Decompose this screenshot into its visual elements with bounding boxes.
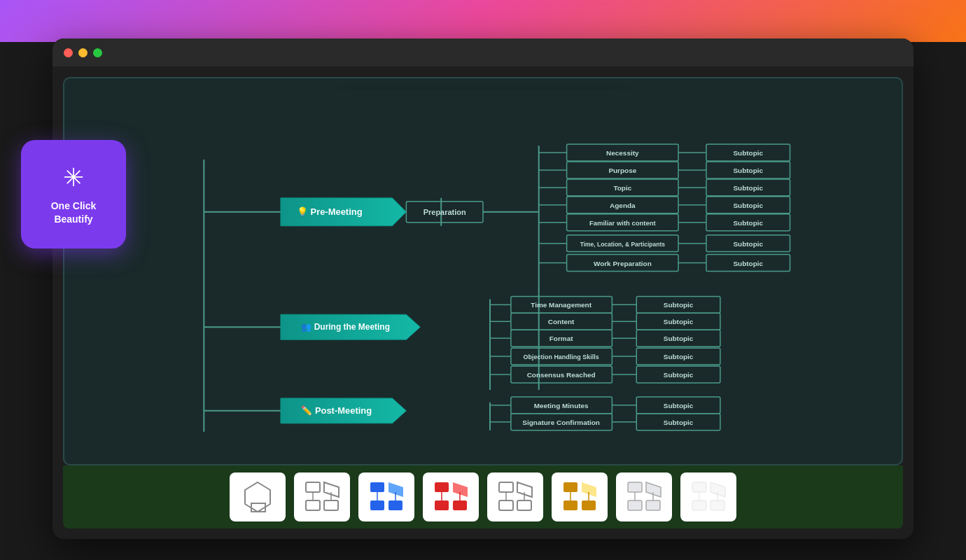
svg-text:Signature Confirmation: Signature Confirmation [522, 419, 600, 426]
svg-rect-111 [370, 482, 384, 492]
svg-rect-141 [692, 482, 706, 492]
svg-text:Subtopic: Subtopic [733, 202, 763, 209]
svg-text:Subtopic: Subtopic [664, 335, 694, 342]
svg-text:Purpose: Purpose [608, 167, 636, 174]
svg-text:Subtopic: Subtopic [664, 371, 694, 379]
svg-text:👥 During the Meeting: 👥 During the Meeting [301, 321, 390, 332]
content-area: Management Meeting 💡 Pre-Meeting Prepara… [52, 66, 913, 539]
svg-text:Familiar with content: Familiar with content [589, 219, 656, 227]
top-gradient-bar [0, 0, 966, 42]
beautify-panel[interactable]: ✳ One ClickBeautify [21, 140, 126, 248]
beautify-label: One ClickBeautify [51, 200, 97, 225]
svg-text:Work Preparation: Work Preparation [594, 260, 652, 267]
traffic-light-green[interactable] [93, 48, 102, 57]
svg-text:Subtopic: Subtopic [733, 149, 763, 157]
svg-text:Subtopic: Subtopic [664, 419, 694, 426]
svg-text:Subtopic: Subtopic [664, 301, 694, 309]
svg-text:Format: Format [550, 335, 573, 342]
svg-text:✏️ Post-Meeting: ✏️ Post-Meeting [301, 405, 372, 416]
svg-rect-106 [306, 500, 320, 510]
svg-marker-102 [245, 482, 270, 512]
svg-rect-129 [564, 482, 578, 492]
svg-rect-114 [388, 500, 402, 510]
style7-button[interactable] [616, 472, 672, 522]
svg-text:Subtopic: Subtopic [733, 219, 763, 227]
svg-rect-143 [692, 500, 706, 510]
svg-text:Subtopic: Subtopic [664, 318, 694, 326]
svg-text:Objection Handling Skills: Objection Handling Skills [524, 354, 599, 360]
svg-rect-138 [646, 500, 660, 510]
svg-rect-144 [710, 500, 724, 510]
style2-button[interactable] [294, 472, 350, 522]
svg-text:Topic: Topic [613, 184, 631, 192]
style3-button[interactable] [358, 472, 414, 522]
svg-text:Time, Location, & Participants: Time, Location, & Participants [580, 241, 666, 248]
svg-rect-104 [306, 482, 320, 492]
bottom-toolbar [63, 465, 903, 528]
svg-rect-107 [324, 500, 338, 510]
traffic-light-yellow[interactable] [78, 48, 88, 57]
svg-text:Preparation: Preparation [424, 208, 466, 216]
svg-text:Agenda: Agenda [610, 202, 636, 209]
svg-text:Time Management: Time Management [531, 301, 592, 309]
svg-rect-125 [499, 500, 513, 510]
main-window: Management Meeting 💡 Pre-Meeting Prepara… [52, 38, 913, 539]
svg-rect-113 [370, 500, 384, 510]
svg-text:Consensus Reached: Consensus Reached [527, 371, 596, 379]
svg-text:Subtopic: Subtopic [664, 353, 694, 360]
style6-button[interactable] [552, 472, 608, 522]
window-title-bar [52, 38, 913, 66]
style4-button[interactable] [423, 472, 479, 522]
svg-text:💡 Pre-Meeting: 💡 Pre-Meeting [297, 206, 363, 218]
style1-button[interactable] [230, 472, 286, 522]
svg-text:Content: Content [548, 318, 575, 326]
svg-rect-119 [435, 500, 449, 510]
svg-text:Meeting Minutes: Meeting Minutes [534, 402, 589, 410]
svg-rect-117 [435, 482, 449, 492]
style5-button[interactable] [487, 472, 543, 522]
style8-button[interactable] [680, 472, 736, 522]
svg-text:Subtopic: Subtopic [733, 240, 763, 248]
svg-text:Subtopic: Subtopic [664, 402, 694, 410]
svg-rect-135 [628, 482, 642, 492]
traffic-light-red[interactable] [64, 48, 73, 57]
svg-text:Subtopic: Subtopic [733, 184, 763, 192]
svg-rect-132 [582, 500, 596, 510]
svg-text:Subtopic: Subtopic [733, 260, 763, 267]
svg-text:Subtopic: Subtopic [733, 167, 763, 174]
svg-rect-137 [628, 500, 642, 510]
svg-text:Necessity: Necessity [606, 149, 639, 157]
svg-rect-131 [564, 500, 578, 510]
svg-rect-123 [499, 482, 513, 492]
diagram-container: Management Meeting 💡 Pre-Meeting Prepara… [63, 77, 903, 465]
svg-rect-126 [517, 500, 531, 510]
mindmap-svg: 💡 Pre-Meeting Preparation Necessity [64, 78, 902, 464]
svg-rect-120 [453, 500, 467, 510]
beautify-icon: ✳ [63, 163, 84, 192]
